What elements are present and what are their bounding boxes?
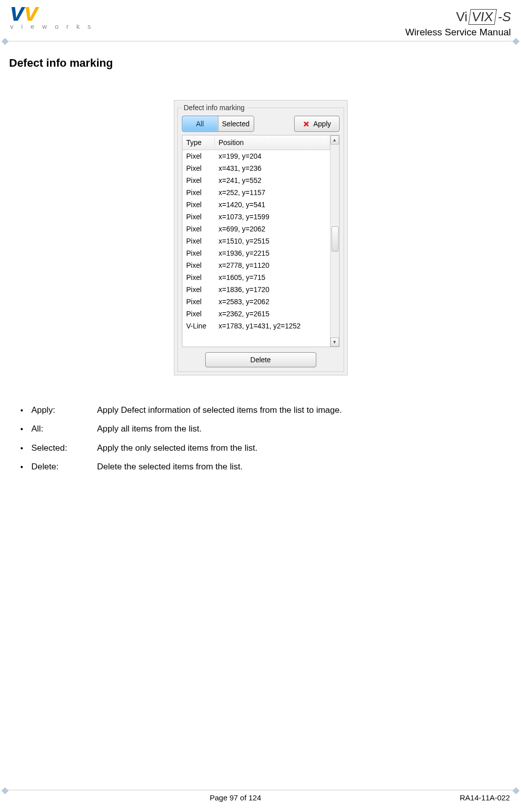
table-row[interactable]: V-Linex=1783, y1=431, y2=1252 [182,320,330,332]
table-row[interactable]: Pixelx=2362, y=2615 [182,308,330,320]
description-term: Delete: [31,457,97,476]
apply-x-icon [302,120,310,128]
table-row[interactable]: Pixelx=2778, y=1120 [182,259,330,271]
description-term: All: [31,419,97,438]
cell-position: x=1420, y=541 [215,200,330,210]
list-body[interactable]: Pixelx=199, y=204Pixelx=431, y=236Pixelx… [182,150,330,332]
table-row[interactable]: Pixelx=431, y=236 [182,162,330,174]
cell-position: x=699, y=2062 [215,224,330,234]
table-row[interactable]: Pixelx=1605, y=715 [182,271,330,283]
table-row[interactable]: Pixelx=1936, y=2215 [182,247,330,259]
cell-type: Pixel [182,200,215,210]
table-row[interactable]: Pixelx=241, y=552 [182,174,330,186]
cell-type: Pixel [182,260,215,270]
logo-wordmark: v i e w o r k s [10,23,94,30]
table-row[interactable]: Pixelx=2583, y=2062 [182,296,330,308]
table-row[interactable]: Pixelx=252, y=1157 [182,186,330,199]
vivix-suffix: -S [498,9,511,25]
delete-button[interactable]: Delete [205,352,316,367]
cell-type: Pixel [182,272,215,282]
dialog-toolbar: All Selected Apply [182,116,340,132]
table-row[interactable]: Pixelx=1073, y=1599 [182,211,330,223]
page-footer: Page 97 of 124 RA14-11A-022 [5,790,516,802]
defect-list: Type Position Pixelx=199, y=204Pixelx=43… [182,135,340,347]
cell-position: x=252, y=1157 [215,187,330,198]
vieworks-logo: vv v i e w o r k s [10,1,94,30]
cell-position: x=2778, y=1120 [215,260,330,270]
tab-all[interactable]: All [182,116,218,132]
list-item: ●Selected:Apply the only selected items … [20,439,506,457]
tab-selected[interactable]: Selected [218,116,254,132]
bullet-icon: ● [20,443,31,454]
scroll-up-button[interactable]: ▲ [330,135,339,145]
description-term: Selected: [31,439,97,457]
header-right: Vi VIX -S Wireless Service Manual [405,9,511,38]
logo-w-icon: vv [10,1,94,24]
cell-position: x=2362, y=2615 [215,309,330,319]
description-definition: Apply Defect information of selected ite… [97,401,506,419]
document-title: Wireless Service Manual [405,27,511,38]
page-number: Page 97 of 124 [11,793,460,802]
defect-info-dialog: Defect info marking All Selected Apply T… [174,100,348,375]
cell-type: V-Line [182,321,215,331]
scrollbar[interactable]: ▲ ▼ [330,135,339,347]
apply-label: Apply [313,120,331,128]
table-row[interactable]: Pixelx=199, y=204 [182,150,330,162]
vivix-pre: Vi [456,9,467,25]
cell-position: x=199, y=204 [215,151,330,161]
list-item: ●All:Apply all items from the list. [20,419,506,438]
list-item: ●Delete:Delete the selected items from t… [20,457,506,476]
cell-position: x=431, y=236 [215,163,330,173]
cell-position: x=1073, y=1599 [215,212,330,222]
bullet-icon: ● [20,405,31,416]
list-item: ●Apply:Apply Defect information of selec… [20,401,506,419]
cell-position: x=1510, y=2515 [215,236,330,246]
table-row[interactable]: Pixelx=699, y=2062 [182,223,330,235]
cell-type: Pixel [182,224,215,234]
cell-position: x=1605, y=715 [215,272,330,282]
cell-type: Pixel [182,163,215,173]
cell-type: Pixel [182,284,215,295]
list-header: Type Position [182,135,330,150]
bullet-icon: ● [20,423,31,435]
vivix-box: VIX [468,9,497,25]
cell-type: Pixel [182,236,215,246]
cell-type: Pixel [182,297,215,307]
cell-type: Pixel [182,309,215,319]
section-title: Defect info marking [9,57,521,70]
cell-type: Pixel [182,187,215,198]
scroll-thumb[interactable] [331,226,339,252]
table-row[interactable]: Pixelx=1420, y=541 [182,199,330,211]
cell-position: x=1783, y1=431, y2=1252 [215,321,330,331]
page-header: vv v i e w o r k s Vi VIX -S Wireless Se… [5,0,516,41]
bullet-icon: ● [20,461,31,472]
description-definition: Delete the selected items from the list. [97,457,506,476]
dialog-container: Defect info marking All Selected Apply T… [0,100,521,375]
cell-type: Pixel [182,151,215,161]
scroll-down-button[interactable]: ▼ [330,338,339,347]
description-definition: Apply the only selected items from the l… [97,439,506,457]
table-row[interactable]: Pixelx=1510, y=2515 [182,235,330,247]
cell-position: x=1836, y=1720 [215,284,330,295]
description-definition: Apply all items from the list. [97,419,506,438]
column-type[interactable]: Type [182,135,215,150]
cell-position: x=1936, y=2215 [215,248,330,258]
table-row[interactable]: Pixelx=1836, y=1720 [182,283,330,296]
cell-type: Pixel [182,175,215,185]
descriptions: ●Apply:Apply Defect information of selec… [20,401,506,476]
column-position[interactable]: Position [215,135,330,150]
document-id: RA14-11A-022 [460,793,516,802]
description-term: Apply: [31,401,97,419]
cell-position: x=241, y=552 [215,175,330,185]
vivix-logo: Vi VIX -S [456,9,511,25]
cell-type: Pixel [182,212,215,222]
dialog-legend: Defect info marking [182,104,247,112]
apply-button[interactable]: Apply [294,116,340,132]
cell-type: Pixel [182,248,215,258]
cell-position: x=2583, y=2062 [215,297,330,307]
